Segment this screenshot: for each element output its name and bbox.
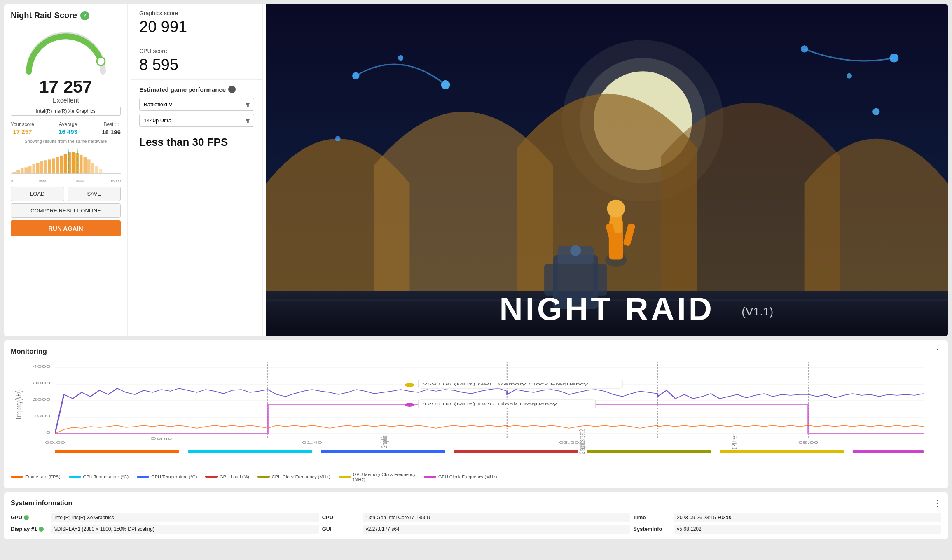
system-info-header: System information ⋮ (11, 498, 941, 508)
svg-text:1296.83 (MHz) GPU Clock Freque: 1296.83 (MHz) GPU Clock Frequency (423, 401, 557, 406)
sysinfo-time-key: Time (633, 514, 670, 520)
svg-rect-21 (91, 163, 94, 174)
svg-rect-6 (32, 164, 35, 174)
sysinfo-gui-key: GUI (322, 526, 359, 532)
mini-chart-labels: 0 5000 10000 15000 (11, 179, 121, 183)
your-score-col: Your score 17 257 (11, 121, 34, 135)
svg-text:4000: 4000 (33, 364, 51, 368)
svg-rect-16 (72, 152, 75, 173)
sysinfo-col-2: CPU 13th Gen Intel Core i7-1355U GUI v2.… (322, 513, 630, 534)
cpu-score-box: CPU score 8 595 (131, 42, 262, 80)
compare-button[interactable]: COMPARE RESULT ONLINE (11, 203, 121, 218)
legend-color-gpu-mem-clock (339, 476, 351, 478)
svg-rect-3 (21, 168, 24, 173)
sysinfo-cpu-item: CPU 13th Gen Intel Core i7-1355U (322, 513, 630, 522)
title-text: Night Raid Score (11, 11, 77, 20)
svg-rect-89 (454, 450, 578, 453)
load-button[interactable]: LOAD (11, 187, 64, 201)
legend-label-cpu-clock: CPU Clock Frequency (MHz) (272, 474, 330, 479)
game-perf-label: Estimated game performance (139, 86, 226, 93)
mini-chart: 0 5000 10000 15000 (11, 148, 121, 181)
night-raid-scene: NIGHT RAID (V1.1) (266, 4, 948, 336)
svg-rect-18 (80, 155, 83, 174)
run-again-button[interactable]: RUN AGAIN (11, 220, 121, 236)
your-score-val: 17 257 (13, 128, 32, 135)
svg-text:Frequency (MHz): Frequency (MHz) (14, 390, 23, 419)
svg-point-50 (570, 245, 581, 256)
sysinfo-display-key: Display #1 (11, 526, 48, 532)
svg-rect-10 (48, 159, 51, 173)
svg-rect-88 (321, 450, 445, 453)
svg-text:0: 0 (46, 430, 51, 434)
legend-gpu-load: GPU Load (%) (205, 472, 249, 482)
display-check-icon (39, 527, 44, 532)
sysinfo-sysinfo-item: SystemInfo v5.68.1202 (633, 525, 941, 534)
sysinfo-gui-val: v2.27.8177 s64 (363, 525, 630, 534)
svg-rect-12 (56, 157, 59, 174)
game-select[interactable]: Battlefield V Cyberpunk 2077 Fortnite GT… (139, 98, 254, 111)
svg-rect-90 (587, 450, 711, 453)
svg-point-35 (398, 55, 403, 61)
svg-text:03:20: 03:20 (559, 440, 579, 444)
middle-panel: Graphics score 20 991 CPU score 8 595 Es… (131, 4, 263, 336)
night-raid-image-panel: NIGHT RAID (V1.1) (266, 4, 948, 336)
sysinfo-time-item: Time 2023-09-26 23:15 +03:00 (633, 513, 941, 522)
sysinfo-sysinfo-val: v5.68.1202 (674, 525, 941, 534)
sysinfo-menu-icon[interactable]: ⋮ (933, 498, 941, 508)
avg-label: Average (59, 121, 77, 127)
best-score-col: Best ⓘ 18 196 (102, 121, 121, 135)
cpu-label: CPU score (139, 48, 254, 54)
legend-color-cpu-temp (69, 476, 81, 478)
game-perf-header: Estimated game performance i (139, 86, 254, 93)
info-icon[interactable]: i (228, 86, 236, 93)
sysinfo-gpu-key: GPU (11, 514, 48, 520)
svg-text:01:40: 01:40 (302, 440, 322, 444)
best-info-icon: ⓘ (115, 122, 119, 127)
legend-color-gpu-temp (137, 476, 149, 478)
monitoring-menu-icon[interactable]: ⋮ (933, 347, 941, 357)
left-panel: Night Raid Score ✓ 17 257 Excellent Inte… (4, 4, 128, 336)
svg-point-40 (335, 136, 341, 141)
legend-label-framerate: Frame rate (FPS) (25, 474, 61, 479)
sysinfo-cpu-val: 13th Gen Intel Core i7-1355U (363, 513, 630, 522)
sysinfo-col-1: GPU Intel(R) Iris(R) Xe Graphics Display… (11, 513, 319, 534)
gauge-score: 17 257 (39, 77, 92, 97)
svg-rect-8 (40, 161, 44, 174)
legend-cpu-temp: CPU Temperature (°C) (69, 472, 129, 482)
svg-rect-7 (36, 163, 40, 174)
mini-chart-svg (11, 148, 121, 177)
best-score-val: 18 196 (102, 128, 121, 135)
monitoring-section: Monitoring ⋮ 4000 3000 2000 1000 0 Frequ… (4, 340, 948, 488)
load-save-row: LOAD SAVE (11, 187, 121, 201)
your-score-label: Your score (11, 121, 34, 127)
sysinfo-gui-item: GUI v2.27.8177 s64 (322, 525, 630, 534)
sysinfo-time-val: 2023-09-26 23:15 +03:00 (674, 513, 941, 522)
svg-rect-91 (720, 450, 844, 453)
svg-point-38 (847, 73, 852, 79)
resolution-select-wrapper: 1440p Ultra 1080p Ultra 1080p High 720p … (139, 114, 254, 130)
sysinfo-gpu-val: Intel(R) Iris(R) Xe Graphics (51, 513, 319, 522)
svg-rect-4 (24, 167, 28, 173)
svg-rect-14 (64, 154, 67, 174)
legend-color-framerate (11, 476, 23, 478)
svg-rect-5 (28, 166, 32, 174)
svg-rect-1 (13, 172, 16, 174)
best-label: Best ⓘ (103, 121, 119, 128)
svg-text:2000: 2000 (33, 397, 51, 401)
legend-gpu-temp: GPU Temperature (°C) (137, 472, 197, 482)
resolution-select[interactable]: 1440p Ultra 1080p Ultra 1080p High 720p … (139, 114, 254, 127)
legend-color-cpu-clock (257, 476, 270, 478)
svg-rect-86 (55, 450, 179, 453)
svg-text:3000: 3000 (33, 380, 51, 385)
svg-rect-20 (87, 159, 91, 173)
system-info-title: System information (11, 499, 72, 507)
chart-area: 4000 3000 2000 1000 0 Frequency (MHz) (11, 362, 941, 469)
save-button[interactable]: SAVE (68, 187, 121, 201)
legend-label-gpu-clock: GPU Clock Frequency (MHz) (438, 474, 497, 479)
svg-text:00:00: 00:00 (45, 440, 65, 444)
graphics-label: Graphics score (139, 10, 254, 16)
svg-text:05:00: 05:00 (798, 440, 818, 444)
legend-label-gpu-load: GPU Load (%) (220, 474, 249, 479)
svg-text:1000: 1000 (33, 413, 51, 418)
svg-rect-13 (60, 156, 63, 174)
